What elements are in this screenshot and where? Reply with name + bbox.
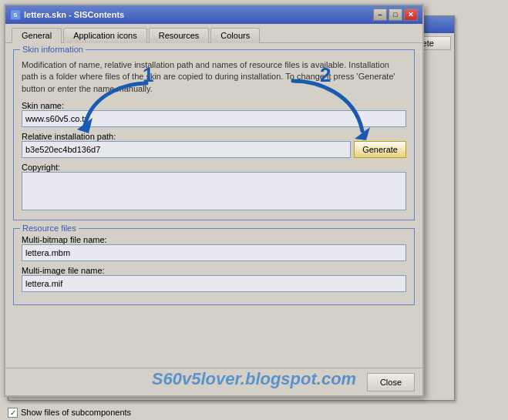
footer-close-button[interactable]: Close xyxy=(367,373,415,391)
show-subcomponents-label: Show files of subcomponents xyxy=(21,408,131,417)
tab-application-icons[interactable]: Application icons xyxy=(63,28,147,43)
bottom-bar: ✓ Show files of subcomponents xyxy=(8,405,508,420)
multi-image-input[interactable] xyxy=(22,275,406,292)
resource-files-title: Resource files xyxy=(20,223,79,233)
dialog-icon: S xyxy=(10,9,21,20)
tab-colours[interactable]: Colours xyxy=(210,28,260,43)
skin-information-title: Skin information xyxy=(20,45,86,54)
tab-resources[interactable]: Resources xyxy=(149,28,210,43)
tab-general[interactable]: General xyxy=(12,28,62,43)
rel-path-input[interactable] xyxy=(22,141,351,158)
multi-bitmap-label: Multi-bitmap file name: xyxy=(22,235,107,244)
title-controls: – □ ✕ xyxy=(373,8,418,21)
tab-bar: General Application icons Resources Colo… xyxy=(5,24,422,43)
dialog-title: lettera.skn - SISContents xyxy=(24,10,124,19)
main-dialog: S lettera.skn - SISContents – □ ✕ Genera… xyxy=(4,4,424,397)
dialog-footer: Close xyxy=(5,368,422,395)
title-left: S lettera.skn - SISContents xyxy=(10,9,124,20)
minimize-button[interactable]: – xyxy=(373,8,387,21)
rel-path-row: Generate xyxy=(22,141,406,158)
skin-information-section: Skin information Modification of name, r… xyxy=(13,49,415,220)
content-area: Skin information Modification of name, r… xyxy=(5,43,422,364)
copyright-label: Copyright: xyxy=(22,163,60,172)
checkmark-icon: ✓ xyxy=(10,408,16,417)
generate-button[interactable]: Generate xyxy=(354,141,406,158)
show-subcomponents-checkbox[interactable]: ✓ xyxy=(8,408,18,418)
title-bar: S lettera.skn - SISContents – □ ✕ xyxy=(5,5,422,24)
skin-info-description: Modification of name, relative installat… xyxy=(22,59,406,95)
multi-bitmap-input[interactable] xyxy=(22,244,406,261)
maximize-button[interactable]: □ xyxy=(389,8,402,21)
rel-path-label: Relative installation path: xyxy=(22,132,116,141)
resource-files-section: Resource files Multi-bitmap file name: M… xyxy=(13,228,415,305)
skin-name-label: Skin name: xyxy=(22,101,64,110)
close-x-button[interactable]: ✕ xyxy=(404,8,418,21)
copyright-textarea[interactable] xyxy=(22,172,406,210)
skin-name-input[interactable] xyxy=(22,110,406,127)
multi-image-label: Multi-image file name: xyxy=(22,266,105,275)
